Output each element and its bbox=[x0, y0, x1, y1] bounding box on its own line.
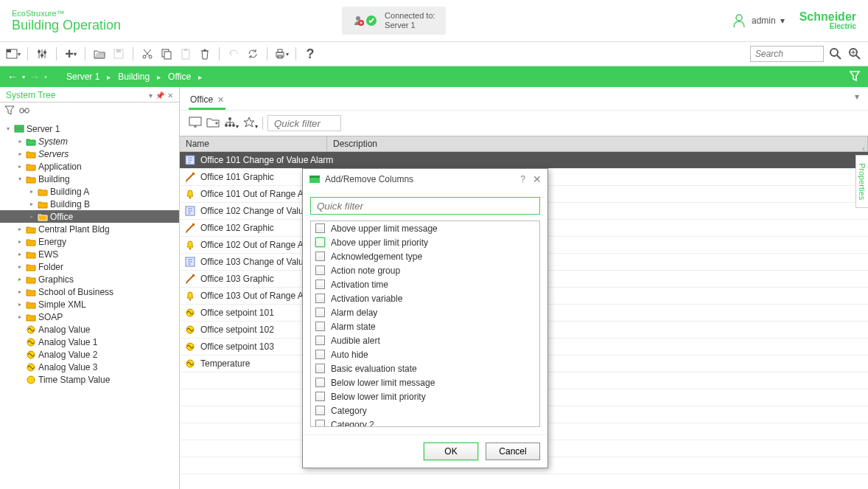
cancel-button[interactable]: Cancel bbox=[486, 443, 540, 460]
tree-node[interactable]: Time Stamp Value bbox=[0, 373, 179, 386]
save-button[interactable] bbox=[111, 46, 126, 61]
column-option[interactable]: Basic evaluation state bbox=[311, 361, 539, 375]
breadcrumb-item[interactable]: Building bbox=[115, 72, 153, 82]
dialog-close-button[interactable]: ✕ bbox=[533, 173, 542, 185]
tree-node[interactable]: ▸System bbox=[0, 135, 179, 148]
panel-dropdown-icon[interactable]: ▾ bbox=[149, 91, 153, 100]
window-layout-button[interactable]: ▾ bbox=[6, 46, 21, 61]
view-folder-icon[interactable] bbox=[206, 117, 220, 131]
tree-node[interactable]: ▾Building bbox=[0, 173, 179, 185]
checkbox-icon[interactable] bbox=[315, 378, 325, 387]
checkbox-icon[interactable] bbox=[315, 308, 325, 317]
column-option[interactable]: Above upper limit priority bbox=[311, 235, 539, 249]
tree-node[interactable]: Analog Value 1 bbox=[0, 336, 179, 348]
tree-node[interactable]: ▸Application bbox=[0, 160, 179, 173]
tree-node[interactable]: ▸Folder bbox=[0, 260, 179, 273]
tree-node[interactable]: ▾Server 1 bbox=[0, 122, 179, 135]
column-option[interactable]: Activation time bbox=[311, 277, 539, 291]
column-option[interactable]: Audible alert bbox=[311, 333, 539, 347]
content-tab[interactable]: Office ✕ bbox=[189, 91, 225, 110]
search-advanced-icon[interactable] bbox=[847, 46, 862, 61]
tree-node[interactable]: ▸EWS bbox=[0, 248, 179, 260]
nav-back-button[interactable]: ← bbox=[7, 71, 18, 83]
checkbox-icon[interactable] bbox=[315, 392, 325, 401]
grid-row[interactable]: Office 101 Change of Value Alarm bbox=[180, 152, 868, 169]
panel-pin-icon[interactable]: 📌 bbox=[155, 91, 164, 100]
tab-overflow-icon[interactable]: ▾ bbox=[855, 91, 859, 110]
tab-close-icon[interactable]: ✕ bbox=[217, 95, 224, 105]
tree-link-icon[interactable] bbox=[19, 105, 29, 118]
user-menu[interactable]: admin ▾ bbox=[731, 13, 785, 29]
tree-node[interactable]: ▸SOAP bbox=[0, 311, 179, 323]
settings-button[interactable] bbox=[35, 46, 49, 61]
column-option[interactable]: Category bbox=[311, 403, 539, 417]
content-quick-filter[interactable] bbox=[267, 115, 341, 131]
tree-filter-icon[interactable] bbox=[4, 105, 15, 118]
help-button[interactable]: ? bbox=[303, 46, 318, 61]
print-button[interactable]: ▾ bbox=[274, 46, 289, 61]
column-option[interactable]: Activation variable bbox=[311, 291, 539, 305]
column-option[interactable]: Below lower limit message bbox=[311, 375, 539, 389]
open-button[interactable] bbox=[92, 46, 107, 61]
view-monitor-icon[interactable] bbox=[189, 117, 202, 131]
checkbox-icon[interactable] bbox=[315, 280, 325, 289]
dialog-quick-filter[interactable] bbox=[310, 197, 540, 215]
checkbox-icon[interactable] bbox=[315, 237, 325, 247]
column-option[interactable]: Alarm delay bbox=[311, 305, 539, 319]
tree-node[interactable]: ▸Servers bbox=[0, 148, 179, 160]
column-option[interactable]: Alarm state bbox=[311, 319, 539, 333]
checkbox-icon[interactable] bbox=[315, 266, 325, 275]
tree-node[interactable]: ▸Building A bbox=[0, 185, 179, 198]
search-input[interactable] bbox=[750, 46, 824, 62]
column-option[interactable]: Auto hide bbox=[311, 347, 539, 361]
checkbox-icon[interactable] bbox=[315, 223, 325, 233]
view-favorites-icon[interactable]: ▾ bbox=[243, 117, 258, 131]
properties-panel-tab[interactable]: Properties bbox=[855, 155, 868, 208]
checkbox-icon[interactable] bbox=[315, 294, 325, 303]
filter-icon[interactable] bbox=[849, 70, 861, 84]
checkbox-icon[interactable] bbox=[315, 336, 325, 345]
column-option[interactable]: Above upper limit message bbox=[311, 221, 539, 235]
cut-button[interactable] bbox=[140, 46, 155, 61]
breadcrumb-item[interactable]: Server 1 bbox=[63, 72, 102, 82]
refresh-button[interactable] bbox=[245, 46, 260, 61]
ok-button[interactable]: OK bbox=[424, 443, 478, 460]
column-option[interactable]: Acknowledgement type bbox=[311, 249, 539, 263]
tree-view[interactable]: ▾Server 1▸System▸Servers▸Application▾Bui… bbox=[0, 121, 179, 489]
panel-close-icon[interactable]: ✕ bbox=[167, 91, 173, 100]
tree-node[interactable]: Analog Value bbox=[0, 323, 179, 336]
tree-node[interactable]: Analog Value 3 bbox=[0, 361, 179, 373]
paste-button[interactable] bbox=[178, 46, 193, 61]
dialog-help-button[interactable]: ? bbox=[520, 174, 525, 184]
checkbox-icon[interactable] bbox=[315, 420, 325, 427]
view-hierarchy-icon[interactable]: ▾ bbox=[224, 117, 239, 131]
company-logo: SchneiderElectric bbox=[799, 12, 856, 29]
tree-node[interactable]: ▸Central Plant Bldg bbox=[0, 223, 179, 235]
breadcrumb-item[interactable]: Office bbox=[165, 72, 194, 82]
column-option[interactable]: Category 2 bbox=[311, 417, 539, 427]
search-icon[interactable] bbox=[828, 46, 843, 61]
dialog-column-list[interactable]: Above upper limit messageAbove upper lim… bbox=[310, 221, 540, 427]
checkbox-icon[interactable] bbox=[315, 252, 325, 261]
checkbox-icon[interactable] bbox=[315, 322, 325, 331]
new-button[interactable]: +▾ bbox=[63, 46, 78, 61]
column-option[interactable]: Below lower limit priority bbox=[311, 389, 539, 403]
copy-button[interactable] bbox=[159, 46, 174, 61]
checkbox-icon[interactable] bbox=[315, 406, 325, 415]
column-description[interactable]: Description bbox=[327, 136, 868, 151]
checkbox-icon[interactable] bbox=[315, 364, 325, 373]
tree-node[interactable]: ▸School of Business bbox=[0, 285, 179, 298]
properties-expand-icon[interactable]: ‹ bbox=[862, 144, 865, 153]
column-option[interactable]: Action note group bbox=[311, 263, 539, 277]
tree-node[interactable]: ▸Energy bbox=[0, 235, 179, 248]
tree-node[interactable]: ▸Simple XML bbox=[0, 298, 179, 311]
delete-button[interactable] bbox=[197, 46, 212, 61]
undo-button[interactable] bbox=[226, 46, 241, 61]
tree-node[interactable]: ▸Office bbox=[0, 210, 179, 223]
tree-node[interactable]: Analog Value 2 bbox=[0, 348, 179, 361]
tree-node[interactable]: ▸Graphics bbox=[0, 273, 179, 285]
nav-forward-button[interactable]: → bbox=[29, 71, 40, 83]
tree-node[interactable]: ▸Building B bbox=[0, 198, 179, 210]
column-name[interactable]: Name bbox=[180, 136, 327, 151]
checkbox-icon[interactable] bbox=[315, 350, 325, 359]
